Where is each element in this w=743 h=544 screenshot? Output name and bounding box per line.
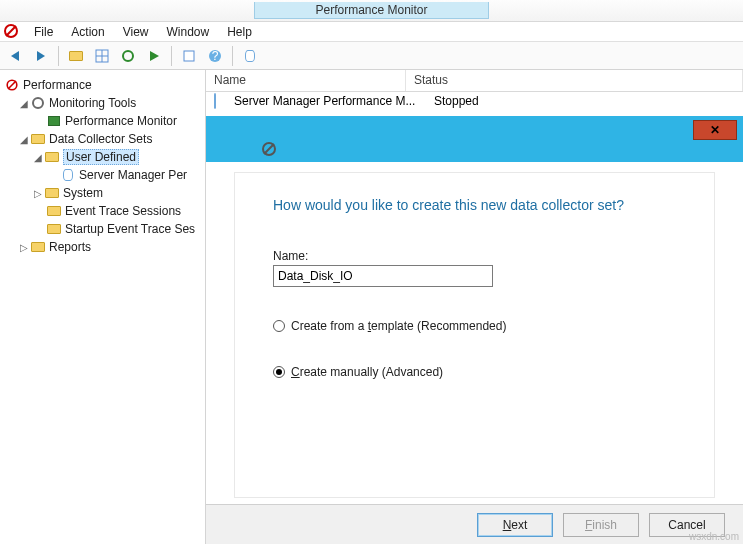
app-icon — [4, 24, 20, 40]
twisty-icon: ◢ — [18, 98, 30, 109]
radio-checked-icon — [273, 366, 285, 378]
tree-monitoring-tools[interactable]: ◢Monitoring Tools — [4, 94, 205, 112]
list-item-status: Stopped — [434, 94, 735, 108]
menu-help[interactable]: Help — [219, 23, 260, 41]
close-icon: ✕ — [710, 123, 720, 137]
content-pane: Name Status Server Manager Performance M… — [206, 70, 743, 544]
tree-user-defined[interactable]: ◢User Defined — [4, 148, 205, 166]
help-icon: ? — [208, 49, 222, 63]
close-button[interactable]: ✕ — [693, 120, 737, 140]
grid-icon — [95, 49, 109, 63]
svg-rect-5 — [184, 51, 194, 61]
tree-performance-monitor[interactable]: Performance Monitor — [4, 112, 205, 130]
nav-back-button[interactable] — [4, 45, 26, 67]
arrow-left-icon — [11, 51, 19, 61]
tree-server-manager-perf[interactable]: Server Manager Per — [4, 166, 205, 184]
option-manual-label: Create manually (Advanced) — [291, 365, 443, 379]
svg-point-3 — [123, 51, 133, 61]
next-button[interactable]: Next — [477, 513, 553, 537]
list-item-name: Server Manager Performance M... — [234, 94, 434, 108]
twisty-icon: ▷ — [32, 188, 44, 199]
wizard-question: How would you like to create this new da… — [273, 197, 676, 213]
arrow-right-icon — [37, 51, 45, 61]
name-input[interactable] — [273, 265, 493, 287]
window-title: Performance Monitor — [254, 2, 488, 19]
column-status[interactable]: Status — [406, 70, 743, 91]
column-name[interactable]: Name — [206, 70, 406, 91]
play-icon — [147, 49, 161, 63]
option-template[interactable]: Create from a template (Recommended) — [273, 319, 676, 333]
menu-file[interactable]: File — [26, 23, 61, 41]
wizard-body: How would you like to create this new da… — [234, 172, 715, 498]
menu-action[interactable]: Action — [63, 23, 112, 41]
menu-window[interactable]: Window — [159, 23, 218, 41]
tree-pane: Performance ◢Monitoring Tools Performanc… — [0, 70, 206, 544]
folder-icon — [69, 51, 83, 61]
toolbar-separator — [171, 46, 172, 66]
tree-system[interactable]: ▷System — [4, 184, 205, 202]
list-header: Name Status — [206, 70, 743, 92]
collector-icon — [214, 94, 230, 108]
toolbar-btn-3[interactable] — [117, 45, 139, 67]
name-label: Name: — [273, 249, 676, 263]
toolbar-separator — [58, 46, 59, 66]
collector-icon — [245, 50, 255, 62]
option-manual[interactable]: Create manually (Advanced) — [273, 365, 676, 379]
svg-text:?: ? — [212, 49, 219, 63]
refresh-icon — [121, 49, 135, 63]
toolbar: ? — [0, 42, 743, 70]
twisty-icon: ▷ — [18, 242, 30, 253]
twisty-icon: ◢ — [18, 134, 30, 145]
twisty-icon: ◢ — [32, 152, 44, 163]
tree-startup-event-trace[interactable]: Startup Event Trace Ses — [4, 220, 205, 238]
toolbar-btn-5[interactable] — [178, 45, 200, 67]
svg-marker-4 — [150, 51, 159, 61]
menu-view[interactable]: View — [115, 23, 157, 41]
tree-reports[interactable]: ▷Reports — [4, 238, 205, 256]
wizard-dialog: ✕ Create new Data Collector Set. How wou… — [206, 116, 743, 544]
toolbar-btn-1[interactable] — [65, 45, 87, 67]
wizard-footer: Next Finish Cancel — [206, 504, 743, 544]
radio-unchecked-icon — [273, 320, 285, 332]
toolbar-btn-4[interactable] — [143, 45, 165, 67]
window-titlebar: Performance Monitor — [0, 0, 743, 22]
toolbar-btn-7[interactable] — [239, 45, 261, 67]
finish-button: Finish — [563, 513, 639, 537]
watermark: wsxdn.com — [689, 531, 739, 542]
tree-event-trace-sessions[interactable]: Event Trace Sessions — [4, 202, 205, 220]
tree-data-collector-sets[interactable]: ◢Data Collector Sets — [4, 130, 205, 148]
menubar: File Action View Window Help — [0, 22, 743, 42]
nav-forward-button[interactable] — [30, 45, 52, 67]
properties-icon — [182, 49, 196, 63]
toolbar-separator — [232, 46, 233, 66]
toolbar-btn-6[interactable]: ? — [204, 45, 226, 67]
tree-root[interactable]: Performance — [4, 76, 205, 94]
toolbar-btn-2[interactable] — [91, 45, 113, 67]
list-item[interactable]: Server Manager Performance M... Stopped — [206, 92, 743, 110]
option-template-label: Create from a template (Recommended) — [291, 319, 506, 333]
